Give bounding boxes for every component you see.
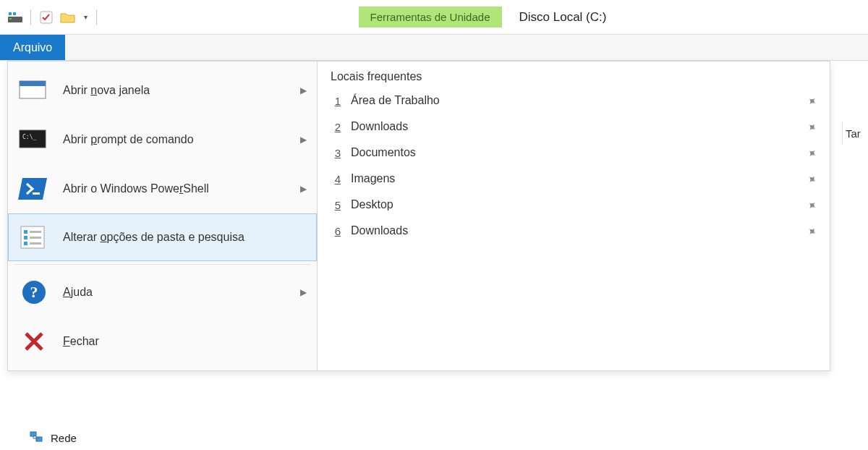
svg-rect-14 [24, 242, 27, 245]
frequent-places-panel: Locais frequentes 1 Área de Trabalho ✦ 2… [318, 61, 830, 370]
freq-number: 1 [331, 95, 341, 107]
pin-icon[interactable]: ✦ [804, 197, 820, 213]
pin-icon[interactable]: ✦ [804, 223, 820, 239]
title-bar: ▾ Ferramentas de Unidade Disco Local (C:… [0, 0, 868, 35]
file-item-label: Alterar opções de pasta e pesquisa [63, 231, 307, 244]
svg-rect-1 [9, 18, 12, 20]
svg-rect-16 [30, 237, 41, 239]
file-menu: Abrir nova janela ▶ C:\_ Abrir prompt de… [7, 61, 830, 371]
pin-icon[interactable]: ✦ [804, 93, 820, 109]
freq-label: Desktop [351, 198, 797, 211]
svg-text:?: ? [30, 283, 38, 301]
chevron-right-icon: ▶ [300, 85, 307, 95]
window-title: Disco Local (C:) [519, 10, 607, 25]
file-item-label: Abrir nova janela [63, 84, 287, 97]
qat-dropdown-icon[interactable]: ▾ [82, 9, 89, 25]
freq-number: 6 [331, 225, 341, 237]
frequent-places-header: Locais frequentes [331, 70, 817, 88]
frequent-item[interactable]: 3 Documentos ✦ [331, 140, 817, 166]
close-icon [18, 327, 50, 356]
menu-separator [14, 264, 311, 265]
svg-rect-12 [24, 230, 27, 234]
svg-rect-13 [24, 236, 27, 239]
file-item-folder-options[interactable]: Alterar opções de pasta e pesquisa [8, 213, 317, 261]
file-item-label: Abrir o Windows PowerShell [63, 182, 287, 195]
freq-label: Área de Trabalho [351, 94, 797, 107]
ribbon-tab-row: Arquivo [0, 35, 868, 61]
svg-rect-20 [30, 432, 36, 436]
svg-rect-21 [36, 437, 42, 441]
freq-number: 3 [331, 147, 341, 159]
separator [96, 9, 97, 25]
svg-rect-15 [30, 231, 41, 233]
freq-number: 4 [331, 173, 341, 185]
pin-icon[interactable]: ✦ [804, 171, 820, 187]
tree-item-label: Rede [51, 432, 77, 444]
frequent-item[interactable]: 4 Imagens ✦ [331, 166, 817, 192]
svg-text:C:\_: C:\_ [22, 134, 36, 140]
file-item-powershell[interactable]: Abrir o Windows PowerShell ▶ [8, 164, 317, 213]
frequent-item[interactable]: 1 Área de Trabalho ✦ [331, 88, 817, 114]
file-item-label: Fechar [63, 335, 307, 348]
separator [30, 9, 31, 25]
frequent-item[interactable]: 6 Downloads ✦ [331, 218, 817, 244]
options-icon [18, 223, 50, 252]
network-icon [29, 430, 43, 446]
tab-file[interactable]: Arquivo [0, 35, 65, 60]
help-icon: ? [18, 278, 50, 307]
file-item-close[interactable]: Fechar [8, 317, 317, 366]
freq-label: Downloads [351, 120, 797, 133]
window-icon [18, 76, 50, 105]
file-menu-left: Abrir nova janela ▶ C:\_ Abrir prompt de… [8, 61, 318, 370]
pin-icon[interactable]: ✦ [804, 119, 820, 135]
pin-icon[interactable]: ✦ [804, 145, 820, 161]
properties-icon[interactable] [38, 9, 54, 25]
terminal-icon: C:\_ [18, 125, 50, 154]
file-item-command-prompt[interactable]: C:\_ Abrir prompt de comando ▶ [8, 115, 317, 164]
chevron-right-icon: ▶ [300, 287, 307, 297]
svg-rect-10 [33, 192, 40, 195]
svg-rect-17 [30, 242, 41, 245]
file-item-help[interactable]: ? Ajuda ▶ [8, 268, 317, 317]
freq-label: Documentos [351, 146, 797, 159]
freq-label: Downloads [351, 224, 797, 237]
drive-icon [7, 9, 23, 25]
new-folder-icon[interactable] [60, 9, 76, 25]
tree-item-network[interactable]: Rede [29, 430, 77, 446]
powershell-icon [18, 174, 50, 203]
file-item-new-window[interactable]: Abrir nova janela ▶ [8, 66, 317, 115]
freq-label: Imagens [351, 172, 797, 185]
chevron-right-icon: ▶ [300, 135, 307, 145]
context-tab-drive-tools[interactable]: Ferramentas de Unidade [359, 7, 502, 27]
file-item-label: Ajuda [63, 286, 287, 299]
column-header-fragment: Tar [842, 122, 868, 145]
svg-rect-7 [20, 81, 46, 86]
freq-number: 5 [331, 199, 341, 211]
freq-number: 2 [331, 121, 341, 133]
svg-rect-3 [13, 12, 16, 15]
file-item-label: Abrir prompt de comando [63, 133, 287, 146]
frequent-item[interactable]: 2 Downloads ✦ [331, 114, 817, 140]
chevron-right-icon: ▶ [300, 184, 307, 194]
frequent-item[interactable]: 5 Desktop ✦ [331, 192, 817, 218]
